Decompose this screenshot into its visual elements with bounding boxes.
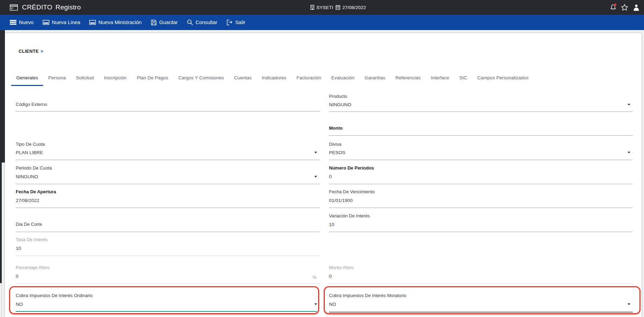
field-underline-producto — [329, 111, 633, 112]
field-value-producto[interactable]: NINGUNO — [329, 102, 351, 107]
toolbar-button-label: Salir — [235, 20, 245, 25]
dropdown-arrow-icon-tipo-de-cuota[interactable] — [314, 152, 317, 153]
field-underline-fecha-de-vencimiento — [329, 208, 633, 208]
app-title-main: CRÉDITO — [22, 3, 52, 11]
field-label-producto: Producto — [329, 94, 347, 99]
tab-sic[interactable]: SIC — [454, 72, 472, 86]
dropdown-arrow-icon-periodo-de-cuota[interactable] — [314, 176, 317, 178]
field-value-tipo-de-cuota[interactable]: PLAN LIBRE — [16, 150, 43, 155]
field-label-divisa: Divisa — [329, 142, 341, 147]
search-icon — [187, 19, 193, 26]
toolbar-button-label: Guardar — [159, 20, 178, 25]
field-underline-dia-de-corte — [16, 232, 320, 232]
tab-indicadores[interactable]: Indicadores — [257, 72, 292, 86]
tab-solicitud[interactable]: Solicitud — [71, 72, 99, 86]
field-label-monto-aforo: Monto Aforo — [329, 265, 354, 270]
user-profile-icon[interactable] — [632, 4, 640, 11]
field-label-cobra-impuestos-ordinario: Cobra Impuestos De Interés Ordinario — [16, 293, 93, 298]
tab-campos-personalizados[interactable]: Campos Personalizados — [472, 72, 533, 86]
tab-garant-as[interactable]: Garantías — [359, 72, 390, 86]
field-label-dia-de-corte: Dia De Corte — [16, 222, 42, 227]
annotation-box-cobra-impuestos-moratorio — [324, 286, 640, 314]
menu-icon — [10, 20, 16, 25]
field-value-divisa[interactable]: PESOS — [329, 150, 345, 155]
field-value-cobra-impuestos-ordinario[interactable]: NO — [16, 302, 23, 307]
field-suffix-porcentaje-aforo: % — [313, 275, 317, 280]
field-label-fecha-de-apertura: Fecha De Apertura — [16, 189, 56, 194]
field-value-variacion-de-interes[interactable]: 10 — [329, 222, 334, 227]
field-label-variacion-de-interes: Variación De Interés — [329, 213, 370, 218]
tab-persona[interactable]: Persona — [43, 72, 71, 86]
card-icon — [43, 20, 49, 25]
field-underline-variacion-de-interes — [329, 232, 633, 232]
field-underline-monto — [329, 135, 633, 136]
tab-cargos-y-comisiones[interactable]: Cargos Y Comisiones — [173, 72, 229, 86]
breadcrumb-label: CLIENTE — [19, 49, 39, 54]
toolbar-button-nueva-ministraci-n[interactable]: Nueva Ministración — [89, 20, 141, 25]
toolbar-button-guardar[interactable]: Guardar — [151, 20, 178, 26]
toolbar-button-nuevo[interactable]: Nuevo — [10, 20, 34, 25]
field-value-periodo-de-cuota[interactable]: NINGUNO — [16, 174, 38, 179]
header-session-info: SYSETI 27/08/2022 — [310, 0, 366, 15]
field-label-monto: Monto — [329, 125, 343, 131]
current-date: 27/08/2022 — [342, 5, 366, 10]
field-underline-fecha-de-apertura — [16, 208, 320, 208]
annotation-box-cobra-impuestos-ordinario — [9, 286, 319, 314]
tab-generales[interactable]: Generales — [11, 72, 43, 86]
dropdown-arrow-icon-producto[interactable] — [628, 104, 630, 106]
tab-plan-de-pagos[interactable]: Plan De Pagos — [132, 72, 173, 86]
field-label-tipo-de-cuota: Tipo De Cuota — [16, 142, 45, 147]
tab-evaluaci-n[interactable]: Evaluación — [326, 72, 359, 86]
favorite-star-icon[interactable] — [621, 4, 628, 11]
exit-icon — [226, 20, 233, 26]
header-actions — [609, 0, 640, 15]
chevron-right-icon: > — [41, 49, 43, 54]
field-underline-porcentaje-aforo — [16, 283, 320, 284]
toolbar-button-label: Nueva Ministración — [98, 20, 141, 25]
tab-inscripci-n[interactable]: Inscripción — [99, 72, 132, 86]
tab-cuentas[interactable]: Cuentas — [229, 72, 257, 86]
breadcrumb[interactable]: CLIENTE> — [19, 49, 43, 54]
notifications-bell-icon[interactable] — [609, 4, 617, 11]
toolbar-button-salir[interactable]: Salir — [226, 20, 245, 26]
toolbar: NuevoNueva LineaNueva MinistraciónGuarda… — [0, 15, 644, 30]
field-value-fecha-de-vencimiento[interactable]: 01/01/1900 — [329, 198, 353, 203]
toolbar-button-consultar[interactable]: Consultar — [187, 19, 217, 26]
field-value-monto-aforo[interactable]: 0 — [329, 274, 332, 279]
field-underline-codigo-externo — [16, 111, 320, 111]
field-label-periodo-de-cuota: Periodo De Cuota — [16, 165, 52, 171]
field-underline-cobra-impuestos-moratorio — [329, 312, 633, 312]
field-value-fecha-de-apertura[interactable]: 27/08/2022 — [16, 198, 40, 203]
field-label-numero-de-periodos: Número De Periodos — [329, 165, 374, 171]
field-value-tasa-de-interes[interactable]: 10 — [16, 246, 21, 251]
tab-referencias[interactable]: Referencias — [390, 72, 426, 86]
field-label-codigo-externo: Código Externo — [16, 102, 47, 107]
field-value-porcentaje-aforo[interactable]: 0 — [16, 274, 19, 279]
field-underline-monto-aforo — [329, 283, 633, 284]
toolbar-button-nueva-linea[interactable]: Nueva Linea — [43, 20, 80, 25]
notification-badge — [614, 3, 616, 6]
building-icon — [310, 5, 314, 10]
dropdown-arrow-icon-cobra-impuestos-ordinario[interactable] — [314, 303, 317, 305]
tab-interface[interactable]: Interface — [426, 72, 454, 86]
field-label-fecha-de-vencimiento: Fecha De Vencimiento — [329, 189, 375, 194]
field-value-numero-de-periodos[interactable]: 0 — [329, 174, 332, 179]
app-title: CRÉDITORegistro — [22, 3, 81, 11]
field-underline-periodo-de-cuota — [16, 184, 320, 184]
field-label-cobra-impuestos-moratorio: Cobra Impuestos De Interés Moratorio — [329, 293, 406, 298]
tab-bar: GeneralesPersonaSolicitudInscripciónPlan… — [11, 72, 534, 86]
field-underline-numero-de-periodos — [329, 184, 633, 184]
field-value-cobra-impuestos-moratorio[interactable]: NO — [329, 302, 336, 307]
dropdown-arrow-icon-divisa[interactable] — [628, 152, 630, 153]
tab-facturaci-n[interactable]: Facturación — [291, 72, 326, 86]
field-underline-cobra-impuestos-ordinario — [16, 311, 317, 312]
field-label-porcentaje-aforo: Porcentaje Aforo — [16, 265, 49, 270]
company-name: SYSETI — [316, 5, 333, 10]
left-edge-line — [1, 283, 2, 317]
dropdown-arrow-icon-cobra-impuestos-moratorio[interactable] — [628, 303, 630, 305]
left-edge-dark-strip — [0, 163, 2, 283]
app-title-sub: Registro — [56, 3, 81, 11]
toolbar-button-label: Nuevo — [19, 20, 34, 25]
field-label-tasa-de-interes: Tasa De Interés — [16, 237, 48, 242]
field-underline-tipo-de-cuota — [16, 160, 320, 160]
